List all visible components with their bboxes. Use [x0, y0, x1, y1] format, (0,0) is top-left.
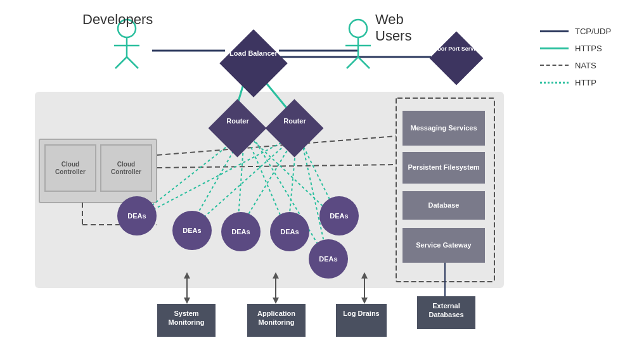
tcp-udp-line	[540, 30, 569, 32]
legend-nats: NATS	[540, 61, 621, 70]
tcp-udp-label: TCP/UDP	[575, 27, 611, 36]
deas4-node: DEAs	[270, 212, 309, 251]
deas1-node: DEAs	[117, 196, 157, 235]
cloud-controller1-node: Cloud Controller	[44, 144, 96, 192]
diagram-container: Developers WebUsers Load Balancer Harbor…	[0, 0, 644, 345]
svg-point-39	[349, 20, 367, 37]
database-node: Database	[402, 191, 485, 220]
legend-http: HTTP	[540, 78, 621, 87]
deas3-node: DEAs	[221, 212, 261, 251]
service-gateway-node: Service Gateway	[402, 228, 485, 263]
log-drains-box: Log Drains	[336, 304, 387, 337]
http-line	[540, 82, 569, 84]
svg-marker-26	[184, 298, 190, 304]
nats-label: NATS	[575, 61, 596, 70]
cloud-controller2-node: Cloud Controller	[100, 144, 152, 192]
deas5-node: DEAs	[319, 196, 359, 235]
persistent-filesystem-node: Persistent Filesystem	[402, 152, 485, 184]
svg-marker-32	[361, 298, 368, 304]
application-monitoring-box: Application Monitoring	[247, 304, 306, 337]
legend-https: HTTPS	[540, 44, 621, 53]
svg-line-42	[347, 57, 358, 68]
harbor-port-label: Harbor Port Services	[426, 46, 487, 53]
legend: TCP/UDP HTTPS NATS HTTP	[530, 19, 631, 103]
https-label: HTTPS	[575, 44, 602, 53]
system-monitoring-box: System Monitoring	[157, 304, 216, 337]
https-line	[540, 47, 569, 49]
deas2-node: DEAs	[172, 211, 212, 250]
legend-tcp-udp: TCP/UDP	[540, 27, 621, 36]
svg-marker-29	[273, 298, 279, 304]
svg-line-37	[115, 57, 127, 68]
router1-label: Router	[209, 117, 266, 125]
router2-label: Router	[266, 117, 323, 125]
deas6-node: DEAs	[309, 239, 348, 279]
svg-line-38	[127, 57, 138, 68]
developers-label: Developers	[82, 11, 153, 28]
external-databases-box: External Databases	[417, 296, 475, 329]
web-users-label: WebUsers	[375, 11, 411, 44]
svg-line-43	[358, 57, 370, 68]
nats-line	[540, 65, 569, 66]
load-balancer-label: Load Balancer	[219, 49, 288, 58]
messaging-services-node: Messaging Services	[402, 111, 485, 146]
http-label: HTTP	[575, 78, 596, 87]
